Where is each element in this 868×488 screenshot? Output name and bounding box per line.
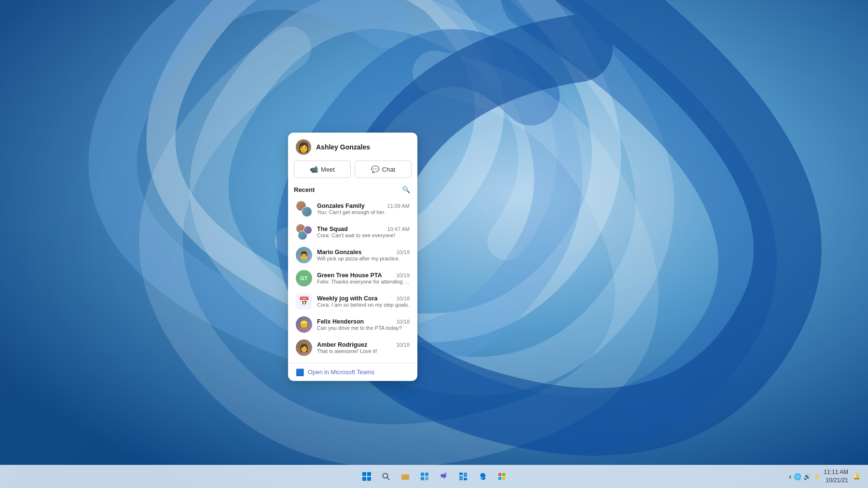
amber-name: Amber Rodriguez	[317, 341, 367, 348]
taskbar-store[interactable]	[493, 468, 510, 485]
svg-rect-12	[425, 477, 428, 480]
system-datetime[interactable]: 11:11 AM 10/21/21	[824, 468, 848, 485]
chat-item-mario[interactable]: 👨 Mario Gonzales 10/19 Will pick up pizz…	[294, 244, 412, 267]
taskbar-right: ∧ 🌐 🔊 ⚡ 11:11 AM 10/21/21 🔔	[788, 468, 862, 485]
svg-rect-19	[502, 473, 505, 476]
recent-header: Recent 🔍	[294, 184, 412, 195]
felix-preview: Can you drive me to the PTA today?	[317, 325, 410, 331]
mario-preview: Will pick up pizza after my practice.	[317, 256, 410, 261]
svg-rect-16	[464, 473, 467, 477]
taskbar-search-button[interactable]	[377, 468, 395, 485]
svg-point-13	[444, 473, 446, 474]
svg-rect-14	[459, 473, 463, 475]
start-button[interactable]	[358, 468, 375, 485]
mario-info: Mario Gonzales 10/19 Will pick up pizza …	[317, 249, 410, 261]
green-tree-time: 10/19	[396, 272, 410, 278]
svg-rect-15	[459, 476, 463, 480]
wallpaper-swirls	[0, 0, 868, 488]
system-date: 10/21/21	[824, 476, 848, 485]
teams-popup: 👩 Ashley Gonzales 📹 Meet 💬 Chat Recent 🔍	[288, 133, 417, 381]
gonzales-family-preview: You: Can't get enough of her.	[317, 209, 410, 215]
amber-info: Amber Rodriguez 10/18 That is awesome! L…	[317, 341, 410, 354]
svg-rect-2	[367, 472, 371, 476]
svg-rect-4	[367, 477, 371, 481]
squad-info: The Squad 10:47 AM Cora: Can't wait to s…	[317, 226, 410, 238]
gonzales-family-info: Gonzales Family 11:09 AM You: Can't get …	[317, 203, 410, 215]
felix-avatar: 👱	[296, 316, 312, 333]
squad-preview: Cora: Can't wait to see everyone!	[317, 232, 410, 238]
svg-rect-9	[421, 473, 424, 476]
amber-preview: That is awesome! Love it!	[317, 348, 410, 354]
meet-icon: 📹	[310, 165, 318, 173]
gonzales-family-avatar	[296, 201, 312, 217]
meet-button[interactable]: 📹 Meet	[294, 161, 351, 178]
teams-logo-icon: 🟦	[296, 368, 304, 376]
svg-rect-21	[502, 477, 505, 480]
svg-rect-0	[0, 0, 868, 488]
felix-info: Felix Henderson 10/18 Can you drive me t…	[317, 318, 410, 331]
svg-rect-17	[464, 478, 467, 480]
svg-rect-20	[498, 477, 501, 480]
mario-name: Mario Gonzales	[317, 249, 361, 256]
svg-rect-11	[421, 477, 424, 480]
svg-rect-3	[362, 477, 366, 481]
svg-rect-8	[401, 474, 405, 475]
squad-name: The Squad	[317, 226, 348, 232]
popup-header: 👩 Ashley Gonzales	[288, 133, 417, 161]
user-name: Ashley Gonzales	[316, 143, 370, 151]
svg-rect-1	[362, 472, 366, 476]
gonzales-family-time: 11:09 AM	[387, 203, 410, 209]
weekly-jog-info: Weekly jog with Cora 10/18 Cora: I am so…	[317, 295, 410, 308]
user-avatar: 👩	[296, 139, 311, 155]
green-tree-preview: Felix: Thanks everyone for attending tod…	[317, 279, 410, 285]
notification-bell[interactable]: 🔔	[851, 471, 862, 482]
weekly-jog-name: Weekly jog with Cora	[317, 295, 378, 302]
svg-point-5	[383, 474, 387, 478]
taskbar-widgets[interactable]	[455, 468, 472, 485]
chat-item-squad[interactable]: The Squad 10:47 AM Cora: Can't wait to s…	[294, 220, 412, 244]
recent-label: Recent	[294, 186, 315, 193]
squad-time: 10:47 AM	[387, 226, 410, 232]
chat-button[interactable]: 💬 Chat	[355, 161, 412, 178]
system-tray: ∧ 🌐 🔊 ⚡	[788, 473, 821, 480]
svg-rect-18	[498, 473, 501, 476]
chat-item-weekly-jog[interactable]: 📅 Weekly jog with Cora 10/18 Cora: I am …	[294, 290, 412, 313]
chat-item-amber[interactable]: 👩 Amber Rodriguez 10/18 That is awesome!…	[294, 336, 412, 359]
chat-item-felix[interactable]: 👱 Felix Henderson 10/18 Can you drive me…	[294, 313, 412, 336]
taskbar-center	[358, 468, 510, 485]
recent-section: Recent 🔍 Gonzales Family 11:09 AM	[288, 184, 417, 363]
taskbar-teams-button[interactable]	[435, 468, 453, 485]
amber-time: 10/18	[396, 342, 410, 348]
taskbar: ∧ 🌐 🔊 ⚡ 11:11 AM 10/21/21 🔔	[0, 465, 868, 488]
mario-avatar: 👨	[296, 247, 312, 263]
search-recent-button[interactable]: 🔍	[400, 184, 412, 195]
show-hidden-icons[interactable]: ∧	[788, 474, 792, 479]
meet-label: Meet	[321, 166, 335, 173]
taskbar-file-explorer[interactable]	[397, 468, 414, 485]
chat-item-green-tree[interactable]: GT Green Tree House PTA 10/19 Felix: Tha…	[294, 267, 412, 290]
felix-time: 10/18	[396, 319, 410, 325]
desktop: 👩 Ashley Gonzales 📹 Meet 💬 Chat Recent 🔍	[0, 0, 868, 488]
popup-actions: 📹 Meet 💬 Chat	[288, 161, 417, 184]
system-time: 11:11 AM	[824, 468, 848, 476]
open-teams-footer[interactable]: 🟦 Open in Microsoft Teams	[288, 363, 417, 381]
open-teams-label: Open in Microsoft Teams	[308, 369, 374, 376]
wifi-icon: 🌐	[794, 473, 801, 480]
green-tree-info: Green Tree House PTA 10/19 Felix: Thanks…	[317, 272, 410, 285]
volume-icon: 🔊	[803, 473, 811, 480]
battery-icon: ⚡	[813, 473, 821, 480]
svg-rect-10	[425, 473, 428, 476]
felix-name: Felix Henderson	[317, 318, 364, 325]
chat-icon: 💬	[371, 165, 379, 173]
green-tree-name: Green Tree House PTA	[317, 272, 382, 279]
chat-item-gonzales-family[interactable]: Gonzales Family 11:09 AM You: Can't get …	[294, 197, 412, 220]
chat-list: Gonzales Family 11:09 AM You: Can't get …	[294, 197, 412, 359]
gonzales-family-name: Gonzales Family	[317, 203, 365, 209]
taskbar-task-view[interactable]	[416, 468, 433, 485]
chat-label: Chat	[382, 166, 395, 173]
weekly-jog-preview: Cora: I am so behind on my step goals.	[317, 302, 410, 308]
weekly-jog-avatar: 📅	[296, 293, 312, 310]
amber-avatar: 👩	[296, 339, 312, 356]
svg-line-6	[387, 478, 389, 480]
taskbar-edge[interactable]	[474, 468, 491, 485]
